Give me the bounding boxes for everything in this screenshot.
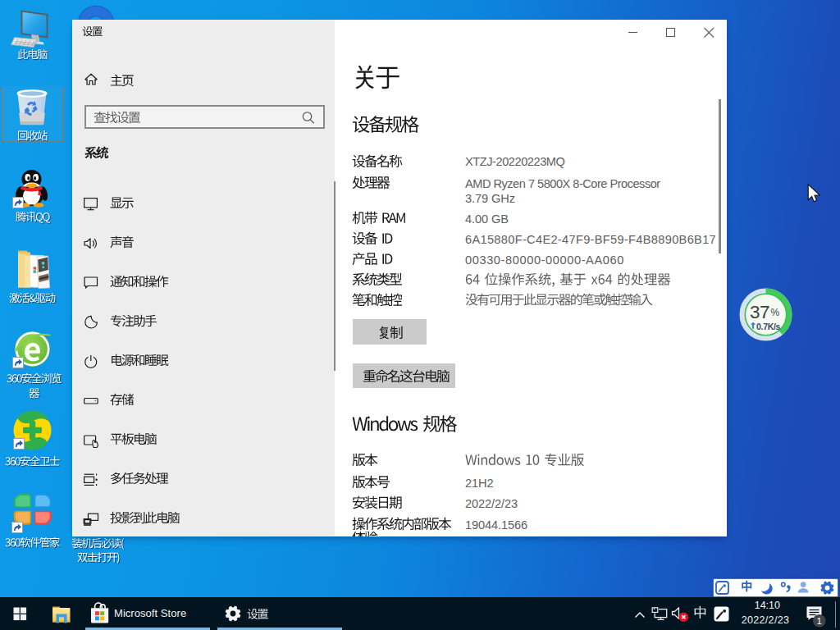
svg-text:1: 1 — [817, 616, 822, 626]
